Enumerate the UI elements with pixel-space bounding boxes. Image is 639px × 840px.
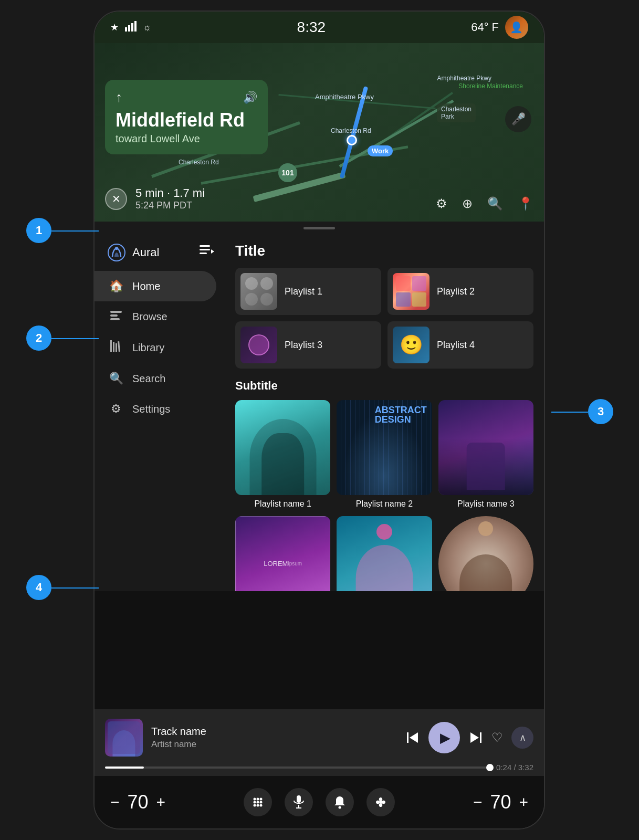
playlist-card-6-thumb: [438, 516, 533, 591]
status-bar: ★ ☼ 8:32 64° F 👤: [95, 12, 544, 43]
svg-point-28: [257, 804, 259, 807]
close-navigation-button[interactable]: ✕: [105, 188, 127, 210]
map-area[interactable]: Amphitheatre Pkwy Charleston Rd Charlest…: [95, 43, 544, 222]
sidebar-search-label: Search: [132, 373, 165, 385]
left-vol-minus[interactable]: −: [110, 793, 120, 811]
map-label-amphitheatre: Amphitheatre Pkwy: [315, 93, 374, 101]
svg-rect-14: [113, 342, 114, 352]
playlist-card-5[interactable]: [337, 516, 432, 591]
left-vol-plus[interactable]: +: [156, 793, 166, 811]
brightness-icon: ☼: [143, 22, 152, 33]
right-vol-plus[interactable]: +: [519, 793, 528, 811]
search-map-icon[interactable]: 🔍: [487, 196, 503, 211]
svg-rect-16: [118, 341, 120, 352]
playlist-card-1[interactable]: Playlist name 1: [235, 400, 330, 509]
status-left: ★ ☼: [110, 21, 152, 34]
like-button[interactable]: ♡: [491, 730, 503, 745]
svg-rect-1: [128, 25, 130, 32]
queue-icon[interactable]: [200, 245, 214, 260]
navigation-card: ↑ 🔊 Middlefield Rd toward Lowell Ave: [105, 80, 268, 154]
sidebar-item-search[interactable]: 🔍 Search: [95, 363, 216, 394]
playlist-card-6[interactable]: [438, 516, 533, 591]
microphone-button[interactable]: [285, 788, 313, 816]
svg-point-29: [260, 804, 263, 807]
play-pause-button[interactable]: ▶: [428, 722, 460, 753]
signal-icon: [125, 21, 137, 34]
playlist-item-1[interactable]: Playlist 1: [235, 268, 381, 315]
svg-rect-17: [407, 732, 408, 743]
app-name: Aural: [132, 246, 159, 259]
playlist-card-2[interactable]: ABSTRACTDESIGN Playlist name 2: [337, 400, 432, 509]
sidebar-item-browse[interactable]: Browse: [95, 301, 216, 332]
playlist-3-name: Playlist 3: [285, 340, 322, 351]
pin-icon[interactable]: 📍: [518, 196, 533, 211]
search-icon: 🔍: [109, 372, 123, 385]
annotation-3: 3: [588, 399, 613, 424]
sidebar-item-library[interactable]: Library: [95, 332, 216, 363]
expand-player-button[interactable]: ∧: [511, 727, 533, 749]
svg-rect-15: [116, 343, 117, 352]
playlist-4-thumb: 🙂: [393, 327, 430, 363]
playlist-item-2[interactable]: Playlist 2: [387, 268, 533, 315]
svg-marker-9: [211, 249, 214, 254]
next-track-button[interactable]: [468, 730, 483, 745]
svg-rect-8: [200, 253, 207, 254]
prev-track-button[interactable]: [405, 730, 420, 745]
app-header: Aural: [95, 234, 225, 271]
temperature-display: 64° F: [471, 20, 499, 34]
status-right: 64° F 👤: [471, 16, 528, 39]
playlist-item-4[interactable]: 🙂 Playlist 4: [387, 321, 533, 369]
map-label-charleston: Charleston Rd: [331, 127, 371, 134]
play-icon: ▶: [440, 730, 451, 746]
svg-rect-2: [131, 23, 133, 32]
voice-mic-button[interactable]: 🎤: [505, 106, 531, 132]
grid-button[interactable]: [244, 788, 272, 816]
playlist-card-5-thumb: [337, 516, 432, 591]
playlist-card-2-thumb: ABSTRACTDESIGN: [337, 400, 432, 495]
browse-icon: [109, 310, 123, 323]
svg-point-22: [257, 798, 259, 801]
trip-eta: 5:24 PM PDT: [135, 200, 205, 211]
playlist-2-name: Playlist 2: [437, 286, 475, 297]
right-vol-minus[interactable]: −: [473, 793, 483, 811]
svg-point-21: [254, 798, 256, 801]
fan-button[interactable]: [366, 788, 395, 816]
playlist-2-thumb: [393, 273, 430, 310]
playlist-item-3[interactable]: Playlist 3: [235, 321, 381, 369]
track-info: Track name Artist name: [151, 726, 397, 750]
track-thumbnail: [105, 719, 143, 757]
now-playing-top: Track name Artist name ▶: [105, 719, 533, 757]
nav-volume-icon[interactable]: 🔊: [243, 91, 257, 104]
annotation-4: 4: [26, 575, 51, 600]
svg-rect-13: [110, 340, 112, 352]
time-display: 8:32: [297, 19, 326, 36]
aural-logo-icon: [107, 243, 126, 262]
sidebar-item-home[interactable]: 🏠 Home: [95, 271, 216, 301]
svg-rect-7: [200, 249, 210, 250]
progress-track[interactable]: [105, 766, 491, 769]
playlist-card-3[interactable]: Playlist name 3: [438, 400, 533, 509]
main-title: Title: [235, 243, 533, 259]
svg-rect-0: [125, 27, 127, 32]
map-label-charleston2: Charleston Rd: [179, 159, 219, 166]
bottom-center-icons: [244, 788, 395, 816]
home-icon: 🏠: [109, 279, 123, 293]
app-section: Aural 🏠 Home: [95, 234, 544, 591]
charleston-park-label: CharlestonPark: [437, 103, 476, 122]
sidebar-item-settings[interactable]: ⚙ Settings: [95, 394, 216, 424]
progress-bar-container: 0:24 / 3:32: [105, 763, 533, 772]
artist-name: Artist name: [151, 739, 397, 750]
svg-point-23: [260, 798, 263, 801]
notification-button[interactable]: [326, 788, 354, 816]
ann-line-1: [51, 230, 99, 232]
highway-line: [253, 172, 346, 202]
right-vol-value: 70: [487, 791, 514, 813]
directions-icon[interactable]: ⊕: [462, 196, 473, 211]
bluetooth-icon: ★: [110, 22, 119, 33]
playlist-card-4[interactable]: LOREMipsum: [235, 516, 330, 591]
right-volume-control: − 70 +: [473, 791, 528, 813]
phone-frame: ★ ☼ 8:32 64° F 👤: [93, 10, 545, 830]
avatar[interactable]: 👤: [505, 16, 528, 39]
settings-icon[interactable]: ⚙: [436, 196, 447, 211]
nav-direction-icon: ↑: [116, 89, 122, 106]
